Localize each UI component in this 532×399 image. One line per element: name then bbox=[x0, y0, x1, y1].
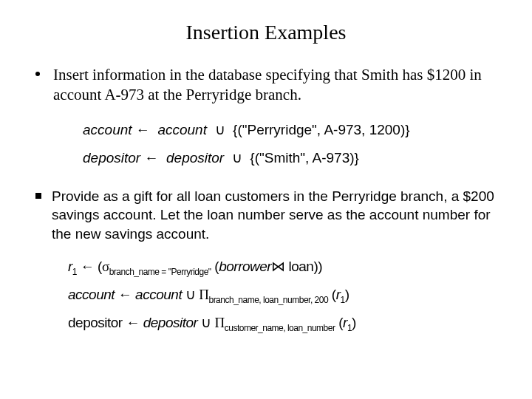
f3-rsub: 1 bbox=[72, 267, 77, 277]
assign-icon: ← bbox=[118, 287, 132, 302]
formula-block-2: r1 ← (σbranch_name = "Perryridge" (borro… bbox=[68, 253, 497, 337]
slide: Insertion Examples Insert information in… bbox=[0, 0, 532, 355]
f5-rhs: depositor bbox=[143, 315, 198, 330]
sigma-icon: σ bbox=[102, 259, 109, 274]
f1-lhs: account bbox=[83, 122, 132, 137]
assign-icon: ← bbox=[144, 150, 158, 166]
assign-icon: ← bbox=[81, 259, 95, 274]
f3-borrower: borrower bbox=[219, 259, 271, 274]
union-icon: ∪ bbox=[215, 122, 225, 137]
pi-icon: Π bbox=[199, 287, 208, 302]
f1-rhs: account bbox=[157, 122, 207, 137]
slide-title: Insertion Examples bbox=[35, 21, 497, 44]
bullet-list: Insert information in the database speci… bbox=[35, 65, 497, 337]
assign-icon: ← bbox=[136, 122, 150, 137]
formula-4: account ← account ∪ Πbranch_name, loan_n… bbox=[68, 281, 497, 309]
f3-r: r bbox=[68, 259, 72, 274]
f4-r: r bbox=[336, 287, 341, 302]
union-icon: ∪ bbox=[232, 150, 242, 166]
union-icon: ∪ bbox=[201, 315, 211, 330]
bullet-item-1: Insert information in the database speci… bbox=[35, 65, 497, 106]
f3-sigmasub: branch_name = "Perryridge" bbox=[109, 267, 211, 277]
formula-3: r1 ← (σbranch_name = "Perryridge" (borro… bbox=[68, 253, 497, 281]
f4-rhs: account bbox=[135, 287, 182, 302]
join-icon: ⋈ bbox=[271, 259, 285, 274]
f1-set: {("Perryridge", A-973, 1200)} bbox=[233, 122, 410, 137]
f4-lhs: account bbox=[68, 287, 115, 302]
formula-1: account ← account ∪ {("Perryridge", A-97… bbox=[83, 116, 497, 144]
f5-lhs: depositor bbox=[68, 315, 123, 330]
bullet-item-2: Provide as a gift for all loan customers… bbox=[55, 187, 497, 244]
f4-rsub: 1 bbox=[341, 295, 345, 305]
bullet-dot-icon bbox=[35, 72, 40, 76]
f2-lhs: depositor bbox=[83, 150, 140, 166]
bullet-1-text: Insert information in the database speci… bbox=[53, 65, 497, 106]
f5-pisub: customer_name, loan_number bbox=[225, 323, 335, 333]
f3-loan: loan bbox=[288, 259, 313, 274]
formula-2: depositor ← depositor ∪ {("Smith", A-973… bbox=[83, 144, 497, 172]
formula-block-1: account ← account ∪ {("Perryridge", A-97… bbox=[83, 116, 497, 172]
union-icon: ∪ bbox=[185, 287, 196, 302]
assign-icon: ← bbox=[126, 315, 140, 330]
bullet-2-text: Provide as a gift for all loan customers… bbox=[52, 187, 497, 244]
pi-icon: Π bbox=[214, 315, 224, 330]
formula-5: depositor ← depositor ∪ Πcustomer_name, … bbox=[68, 309, 497, 337]
f2-rhs: depositor bbox=[166, 150, 224, 166]
f2-set: {("Smith", A-973)} bbox=[250, 150, 359, 166]
bullet-square-icon bbox=[35, 193, 41, 199]
f5-rsub: 1 bbox=[347, 323, 352, 333]
f4-pisub: branch_name, loan_number, 200 bbox=[208, 295, 328, 305]
